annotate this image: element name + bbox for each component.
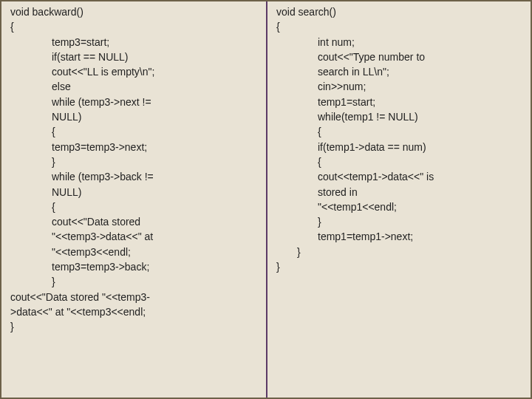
code-line: cout<<"Type number to search in LL\n"; bbox=[318, 50, 425, 80]
code-line: { bbox=[10, 21, 14, 33]
code-line: while (temp3->back != NULL) bbox=[52, 169, 154, 200]
code-line: int num; bbox=[318, 35, 355, 50]
code-line: { bbox=[52, 200, 55, 214]
code-line: cout<<"LL is empty\n"; bbox=[52, 64, 154, 79]
code-line: void search() bbox=[276, 6, 336, 18]
code-line: temp3=temp3->back; bbox=[52, 259, 149, 274]
code-line: while (temp3->next != NULL) bbox=[52, 95, 151, 125]
code-line: cout<<temp1->data<<" is stored in "<<tem… bbox=[318, 169, 434, 214]
code-line: void backward() bbox=[10, 6, 83, 18]
frame-border-left bbox=[0, 0, 1, 399]
left-column: void backward() { temp3=start; if(start … bbox=[0, 0, 266, 399]
code-line: cout<<"Data stored "<<temp3->data<<" at … bbox=[52, 214, 153, 259]
code-line: } bbox=[318, 214, 321, 229]
code-line: { bbox=[318, 154, 321, 169]
code-line: { bbox=[318, 124, 321, 139]
column-divider bbox=[266, 1, 267, 398]
code-line: cin>>num; bbox=[318, 79, 366, 94]
code-line: { bbox=[52, 124, 55, 139]
code-line: } bbox=[297, 245, 301, 259]
code-line: else bbox=[52, 79, 71, 94]
code-line: } bbox=[10, 321, 14, 332]
code-line: cout<<"Data stored "<<temp3- >data<<" at… bbox=[10, 291, 150, 318]
code-line: temp3=temp3->next; bbox=[52, 140, 147, 154]
code-left: void backward() { temp3=start; if(start … bbox=[10, 4, 259, 335]
code-line: } bbox=[52, 154, 55, 169]
code-line: } bbox=[276, 261, 280, 273]
code-line: temp1=start; bbox=[318, 95, 375, 109]
code-line: temp3=start; bbox=[52, 35, 109, 50]
code-line: temp1=temp1->next; bbox=[318, 229, 413, 244]
code-line: { bbox=[276, 21, 280, 33]
right-column: void search() { int num; cout<<"Type num… bbox=[266, 0, 532, 399]
code-line: } bbox=[52, 274, 55, 289]
code-line: if(start == NULL) bbox=[52, 50, 128, 64]
code-right: void search() { int num; cout<<"Type num… bbox=[276, 4, 525, 274]
code-line: if(temp1->data == num) bbox=[318, 140, 426, 154]
code-line: while(temp1 != NULL) bbox=[318, 109, 418, 124]
